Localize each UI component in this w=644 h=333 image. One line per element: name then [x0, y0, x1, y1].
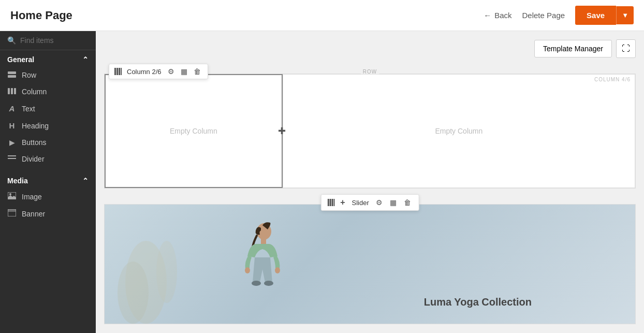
- svg-rect-23: [261, 239, 266, 244]
- empty-column-2-label: Empty Column: [435, 127, 482, 135]
- chevron-down-icon: ▼: [622, 11, 628, 19]
- delete-page-button[interactable]: Delete Page: [522, 11, 565, 20]
- trash-icon: 🗑: [194, 67, 201, 76]
- image-icon: [7, 192, 17, 201]
- column-delete-button[interactable]: 🗑: [191, 66, 203, 77]
- template-manager-button[interactable]: Template Manager: [534, 40, 612, 57]
- svg-rect-11: [114, 68, 116, 75]
- column-2[interactable]: COLUMN 4/6 Empty Column: [283, 74, 635, 188]
- search-icon: 🔍: [7, 36, 16, 45]
- slider-copy-icon: ▦: [390, 198, 397, 207]
- sidebar-item-divider[interactable]: Divider: [0, 151, 96, 167]
- svg-point-21: [118, 262, 149, 324]
- main-layout: 🔍 General ⌃ Row Column A Text H Heading: [0, 31, 644, 333]
- svg-rect-10: [8, 209, 16, 212]
- slider-trash-icon: 🗑: [404, 198, 411, 207]
- slider-duplicate-button[interactable]: ▦: [387, 197, 399, 208]
- slider-add-button[interactable]: +: [338, 197, 347, 208]
- gear-icon: ⚙: [168, 67, 174, 76]
- buttons-icon: ▶: [7, 138, 17, 147]
- save-button-group: Save ▼: [575, 6, 634, 25]
- divider-icon: [7, 155, 17, 163]
- svg-rect-14: [121, 68, 122, 75]
- back-arrow-icon: ←: [484, 11, 491, 20]
- resize-handle[interactable]: ✚: [278, 125, 286, 137]
- svg-point-27: [264, 281, 273, 286]
- sidebar-item-buttons[interactable]: ▶ Buttons: [0, 134, 96, 151]
- fullscreen-button[interactable]: ⛶: [616, 39, 636, 58]
- top-bar: Home Page ← Back Delete Page Save ▼: [0, 0, 644, 31]
- row-block-1: ROW Column 2/6 ⚙ ▦ 🗑 Empty Co: [104, 74, 636, 189]
- fullscreen-icon: ⛶: [622, 44, 630, 53]
- svg-point-20: [156, 241, 177, 303]
- sidebar-search[interactable]: 🔍: [0, 31, 96, 50]
- sidebar-item-banner[interactable]: Banner: [0, 205, 96, 222]
- empty-column-1-label: Empty Column: [170, 127, 217, 135]
- slider-toolbar: + Slider ⚙ ▦ 🗑: [320, 194, 419, 211]
- chevron-up-icon-media: ⌃: [82, 177, 89, 185]
- svg-rect-18: [333, 199, 334, 206]
- svg-rect-3: [11, 88, 13, 94]
- banner-icon: [7, 209, 17, 218]
- row-icon: [7, 71, 17, 79]
- column-icon: [7, 88, 17, 96]
- svg-rect-17: [331, 199, 333, 206]
- slider-person-image: [229, 220, 296, 324]
- copy-icon: ▦: [181, 67, 187, 76]
- column-grid-icon: [113, 67, 123, 76]
- page-title: Home Page: [10, 9, 72, 22]
- column-1[interactable]: Empty Column ✚: [105, 74, 283, 188]
- svg-rect-2: [8, 88, 10, 94]
- svg-rect-16: [329, 199, 331, 206]
- save-button[interactable]: Save: [575, 6, 616, 25]
- top-bar-actions: ← Back Delete Page Save ▼: [484, 6, 634, 25]
- svg-point-8: [9, 193, 11, 195]
- svg-point-26: [252, 281, 261, 286]
- column-duplicate-button[interactable]: ▦: [178, 66, 190, 77]
- search-input[interactable]: [20, 36, 89, 45]
- sidebar-item-row[interactable]: Row: [0, 67, 96, 83]
- slider-settings-button[interactable]: ⚙: [373, 197, 385, 208]
- svg-rect-1: [8, 75, 16, 78]
- canvas-toolbar: Template Manager ⛶: [104, 39, 636, 58]
- svg-rect-12: [116, 68, 118, 75]
- slider-delete-button[interactable]: 🗑: [401, 197, 414, 208]
- sidebar-item-image[interactable]: Image: [0, 188, 96, 205]
- svg-rect-15: [327, 199, 329, 206]
- col2-label: COLUMN 4/6: [594, 77, 631, 82]
- column-1-toolbar: Column 2/6 ⚙ ▦ 🗑: [109, 64, 208, 79]
- media-section-header: Media ⌃: [0, 169, 96, 188]
- svg-rect-13: [119, 68, 120, 75]
- slider-grid-icon: [326, 198, 335, 207]
- slider-block: Luma Yoga Collection: [105, 205, 635, 324]
- columns-row-1: Empty Column ✚ COLUMN 4/6 Empty Column: [105, 74, 635, 188]
- sidebar-item-text[interactable]: A Text: [0, 100, 96, 117]
- sidebar-item-column[interactable]: Column: [0, 83, 96, 100]
- chevron-up-icon: ⌃: [82, 55, 89, 64]
- sidebar-item-heading[interactable]: H Heading: [0, 117, 96, 134]
- general-section-header: General ⌃: [0, 50, 96, 67]
- heading-icon: H: [7, 121, 17, 130]
- slider-gear-icon: ⚙: [376, 198, 383, 207]
- column-label: Column 2/6: [127, 68, 161, 76]
- svg-rect-6: [8, 155, 16, 156]
- svg-rect-5: [8, 158, 16, 159]
- svg-rect-0: [8, 71, 16, 74]
- column-settings-button[interactable]: ⚙: [165, 66, 177, 77]
- canvas-area: Template Manager ⛶ ROW Column 2/6 ⚙ ▦: [96, 31, 644, 333]
- svg-point-24: [245, 267, 250, 273]
- slider-label: Slider: [352, 199, 369, 207]
- svg-point-25: [275, 267, 280, 273]
- slider-content-label: Luma Yoga Collection: [424, 296, 532, 308]
- back-button[interactable]: ← Back: [484, 11, 511, 20]
- svg-rect-4: [14, 88, 16, 94]
- save-dropdown-button[interactable]: ▼: [616, 6, 634, 24]
- text-icon: A: [7, 104, 17, 113]
- row-block-2: + Slider ⚙ ▦ 🗑: [104, 204, 636, 324]
- sidebar: 🔍 General ⌃ Row Column A Text H Heading: [0, 31, 96, 333]
